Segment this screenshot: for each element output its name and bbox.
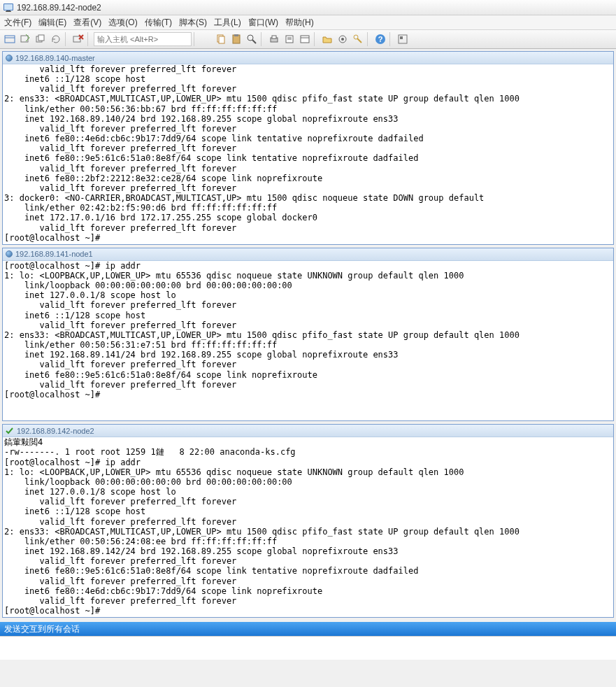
panel-header-node2[interactable]: 192.168.89.142-node2 [3, 425, 613, 437]
connect-icon[interactable] [3, 32, 17, 46]
broadcast-input[interactable] [3, 638, 613, 648]
folder-icon[interactable] [320, 32, 334, 46]
svg-rect-4 [5, 36, 15, 43]
panel-title: 192.168.89.142-node2 [17, 427, 94, 435]
svg-rect-8 [38, 35, 44, 41]
find-icon[interactable] [245, 32, 259, 46]
status-check-icon [6, 427, 14, 435]
toolbar: ? [0, 29, 616, 49]
separator [314, 32, 318, 46]
svg-rect-1 [4, 4, 13, 10]
host-input[interactable] [94, 32, 192, 46]
broadcast-input-area [0, 636, 616, 660]
svg-rect-3 [6, 11, 11, 12]
svg-line-17 [252, 40, 256, 43]
panel-node1: 192.168.89.141-node1 [root@localhost ~]#… [2, 248, 614, 422]
separator [65, 32, 69, 46]
terminal-master[interactable]: valid_lft forever preferred_lft forever … [3, 64, 613, 244]
separator [389, 32, 394, 46]
menu-edit[interactable]: 编辑(E) [38, 17, 66, 29]
menu-tools[interactable]: 工具(L) [214, 17, 241, 29]
panel-master: 192.168.89.140-master valid_lft forever … [2, 51, 614, 245]
panel-header-node1[interactable]: 192.168.89.141-node1 [3, 248, 613, 261]
svg-rect-2 [6, 10, 10, 11]
svg-point-26 [341, 38, 344, 41]
menu-options[interactable]: 选项(O) [108, 17, 137, 29]
svg-line-28 [357, 38, 361, 43]
menu-transfer[interactable]: 传输(T) [145, 17, 172, 29]
separator [367, 32, 371, 46]
reconnect-icon[interactable] [49, 32, 63, 46]
menu-file[interactable]: 文件(F) [4, 17, 31, 29]
toggle-icon[interactable] [396, 32, 410, 46]
svg-rect-13 [219, 36, 224, 43]
help-icon[interactable]: ? [373, 32, 387, 46]
panel-title: 192.168.89.140-master [15, 54, 95, 62]
panel-node2: 192.168.89.142-node2 鎬葷敤閲4 -rw-------. 1… [2, 424, 614, 618]
svg-rect-32 [400, 36, 403, 39]
window-title: 192.168.89.142-node2 [17, 3, 101, 13]
svg-rect-15 [234, 34, 238, 36]
svg-point-16 [248, 35, 253, 41]
svg-rect-6 [21, 36, 28, 42]
panel-header-master[interactable]: 192.168.89.140-master [3, 52, 613, 64]
menubar: 文件(F) 编辑(E) 查看(V) 选项(O) 传输(T) 脚本(S) 工具(L… [0, 15, 616, 29]
disconnect-icon[interactable] [71, 32, 85, 46]
svg-rect-19 [272, 36, 276, 38]
session-tab-icon[interactable] [34, 32, 48, 46]
menu-script[interactable]: 脚本(S) [179, 17, 207, 29]
titlebar: 192.168.89.142-node2 [0, 0, 616, 15]
paste-icon[interactable] [229, 32, 243, 46]
menu-window[interactable]: 窗口(W) [248, 17, 278, 29]
separator [87, 32, 92, 46]
print-icon[interactable] [267, 32, 281, 46]
separator [194, 32, 198, 46]
sessions-container: 192.168.89.140-master valid_lft forever … [0, 49, 616, 620]
copy-icon[interactable] [214, 32, 228, 46]
status-dot-icon [6, 55, 13, 62]
quick-connect-icon[interactable] [18, 32, 32, 46]
panel-title: 192.168.89.141-node1 [15, 250, 93, 258]
settings-icon[interactable] [336, 32, 350, 46]
terminal-node1[interactable]: [root@localhost ~]# ip addr 1: lo: <LOOP… [3, 261, 613, 421]
separator [261, 32, 265, 46]
status-bar: 发送交互到所有会话 [0, 622, 616, 636]
status-dot-icon [6, 250, 13, 257]
menu-view[interactable]: 查看(V) [73, 17, 101, 29]
menu-help[interactable]: 帮助(H) [285, 17, 314, 29]
status-text: 发送交互到所有会话 [4, 623, 80, 635]
svg-rect-23 [301, 36, 309, 43]
key-icon[interactable] [351, 32, 365, 46]
terminal-node2[interactable]: 鎬葷敤閲4 -rw-------. 1 root root 1259 1鏈 8 … [3, 437, 613, 617]
svg-text:?: ? [378, 35, 383, 43]
properties-icon[interactable] [282, 32, 296, 46]
new-session-icon[interactable] [298, 32, 312, 46]
app-icon [3, 2, 14, 13]
